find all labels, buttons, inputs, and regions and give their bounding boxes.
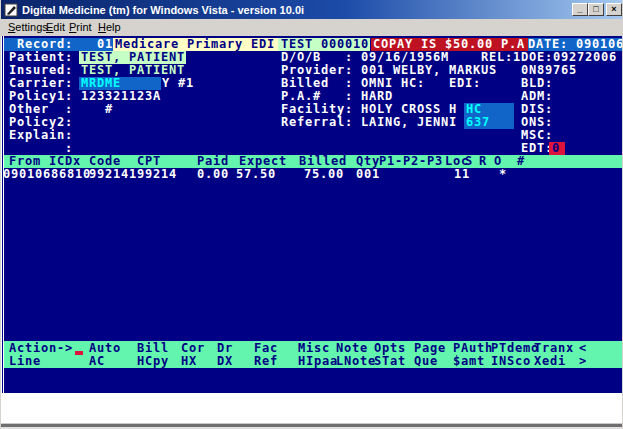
other-field[interactable]: # <box>105 103 113 116</box>
policy1-field[interactable]: 123321123A <box>81 90 161 103</box>
explain-label: Explain: <box>9 129 73 142</box>
cell-qty: 001 <box>356 168 380 181</box>
menu-settings[interactable]: Settings <box>8 21 48 33</box>
action-ref[interactable]: Ref <box>254 355 278 368</box>
menu-bar: Settings Edit Print Help <box>1 19 623 36</box>
terminal-screen: Record: 01 Medicare Primary EDI TEST 000… <box>1 36 623 393</box>
carrier-suffix: Y #1 <box>162 77 194 90</box>
app-window: Digital Medicine (tm) for Windows Vista … <box>0 0 623 429</box>
action-hx[interactable]: HX <box>181 355 197 368</box>
col-r: R <box>479 155 487 168</box>
menu-help[interactable]: Help <box>98 21 121 33</box>
cell-expect: 57.50 <box>236 168 276 181</box>
action-hipaa[interactable]: HIpaa <box>298 355 338 368</box>
action-ac[interactable]: AC <box>89 355 105 368</box>
action-xedi[interactable]: Xedi <box>534 355 566 368</box>
text-cursor[interactable] <box>75 351 83 355</box>
col-p1p2p3: P1-P2-P3 <box>379 155 443 168</box>
cell-icdx: 86810 <box>51 168 91 181</box>
action-lnote[interactable]: LNote <box>336 355 376 368</box>
cell-loc: 11 <box>454 168 470 181</box>
app-icon <box>4 3 18 17</box>
action-amt[interactable]: $amt <box>453 355 485 368</box>
referral-label: Referral: <box>281 116 353 129</box>
action-hcpy[interactable]: HCpy <box>137 355 169 368</box>
col-hash: # <box>517 155 525 168</box>
action-que[interactable]: Que <box>414 355 438 368</box>
frame-line <box>1 36 2 393</box>
maximize-button[interactable]: □ <box>588 3 604 16</box>
referral-field[interactable]: LAING, JENNI <box>361 116 457 129</box>
frame-line <box>3 36 4 393</box>
title-bar: Digital Medicine (tm) for Windows Vista … <box>1 0 623 19</box>
minimize-button[interactable]: _ <box>572 3 588 16</box>
action-dx[interactable]: DX <box>217 355 233 368</box>
referral-code-field[interactable]: 637 <box>466 116 490 129</box>
action-line[interactable]: Line <box>9 355 41 368</box>
cell-o-flag: * <box>499 168 507 181</box>
action-stat[interactable]: STat <box>374 355 406 368</box>
cell-code: 99214 <box>89 168 129 181</box>
window-title: Digital Medicine (tm) for Windows Vista … <box>22 4 304 16</box>
cell-from: 090106 <box>3 168 51 181</box>
status-area <box>1 393 623 423</box>
action-next[interactable]: > <box>579 355 587 368</box>
action-insco[interactable]: INSco <box>491 355 531 368</box>
close-button[interactable]: × <box>606 3 622 16</box>
cell-paid: 0.00 <box>197 168 229 181</box>
cell-cpt: 199214 <box>129 168 177 181</box>
cell-billed: 75.00 <box>304 168 344 181</box>
menu-edit[interactable]: Edit <box>46 21 65 33</box>
edt-field[interactable]: 0 <box>552 142 560 155</box>
menu-print[interactable]: Print <box>69 21 92 33</box>
